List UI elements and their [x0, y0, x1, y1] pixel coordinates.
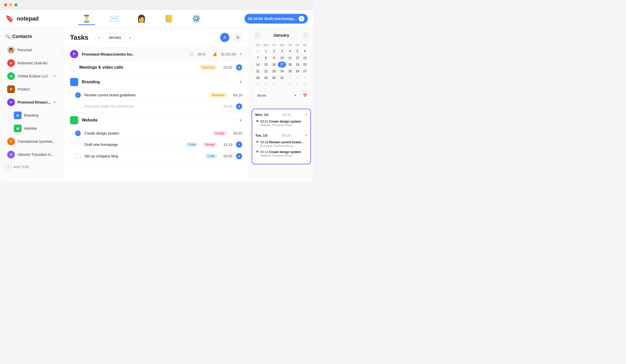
- cal-day-31[interactable]: 31: [254, 48, 261, 54]
- cal-day-25[interactable]: 25: [287, 68, 294, 74]
- cal-day-29[interactable]: 29: [262, 75, 270, 81]
- sidebar-item-website[interactable]: W Website: [2, 122, 61, 135]
- cal-next-btn[interactable]: ›: [302, 32, 309, 39]
- cal-day-17[interactable]: 17: [278, 62, 286, 68]
- cal-day-23[interactable]: 23: [270, 68, 277, 74]
- cal-day-31[interactable]: 31: [278, 75, 286, 81]
- log-day-1-add-btn[interactable]: +: [305, 112, 307, 117]
- log-entry-time-1-1: 02:21: [260, 120, 269, 123]
- cal-day-14[interactable]: 14: [254, 62, 261, 68]
- cal-day-5[interactable]: 5: [294, 48, 301, 54]
- website-add-btn[interactable]: +: [239, 117, 242, 123]
- cal-day-2[interactable]: 2: [294, 75, 301, 81]
- cal-day-7[interactable]: 7: [278, 82, 286, 88]
- cal-day-24[interactable]: 24: [278, 68, 286, 74]
- draft-check[interactable]: [75, 142, 81, 147]
- draft-pause-btn[interactable]: ⏸: [236, 141, 242, 148]
- cal-day-27[interactable]: 27: [301, 68, 308, 74]
- design-check[interactable]: [75, 130, 81, 136]
- cal-day-4[interactable]: 4: [254, 82, 261, 88]
- cal-day-6[interactable]: 6: [301, 48, 308, 54]
- promised-avatar: P: [7, 98, 15, 106]
- prev-month-btn[interactable]: ‹: [95, 34, 103, 41]
- maximize-dot[interactable]: [14, 3, 17, 6]
- calendar-header: ‹ January ›: [254, 32, 309, 39]
- view-dropdown[interactable]: Month Week Day: [254, 92, 270, 99]
- cal-day-26[interactable]: 26: [294, 68, 301, 74]
- close-dot[interactable]: [4, 3, 7, 6]
- website-header[interactable]: Website +: [63, 113, 249, 128]
- cal-day-1[interactable]: 1: [262, 48, 270, 54]
- cal-day-21[interactable]: 21: [254, 68, 261, 74]
- filter-btn[interactable]: ☰: [233, 33, 242, 42]
- add-task-btn[interactable]: +: [220, 33, 229, 42]
- sidebar-item-branding[interactable]: B Branding: [2, 109, 61, 122]
- timer-time: 00:10:04: [248, 17, 262, 21]
- sidebar-item-translational[interactable]: T Translational Symmet...: [2, 135, 61, 148]
- meetings-header[interactable]: Meetings & video calls Business 05:52: [63, 61, 249, 74]
- log-day-2-total: 05:29: [282, 134, 290, 137]
- next-month-btn[interactable]: ›: [126, 34, 134, 41]
- calendar-icon-btn[interactable]: 📅: [301, 91, 309, 99]
- vibronic-avatar: V: [7, 151, 15, 158]
- cal-day-5[interactable]: 5: [262, 82, 270, 88]
- nav-person[interactable]: 👩: [133, 12, 150, 25]
- nav-book[interactable]: 📒: [160, 12, 178, 25]
- company-add-btn[interactable]: +: [239, 52, 242, 57]
- cal-day-10[interactable]: 10: [301, 82, 308, 88]
- cal-day-3[interactable]: 3: [301, 75, 308, 81]
- log-day-1-header: Mon, 1/1 02:21 +: [255, 112, 307, 117]
- minimize-dot[interactable]: [9, 3, 12, 6]
- cal-day-2[interactable]: 2: [270, 48, 277, 54]
- cal-day-16[interactable]: 16: [270, 62, 277, 68]
- cal-day-11[interactable]: 11: [287, 55, 294, 61]
- nav-settings[interactable]: ⚙️: [188, 12, 205, 25]
- cal-day-3[interactable]: 3: [278, 48, 286, 54]
- cal-day-28[interactable]: 28: [254, 75, 261, 81]
- branding-add-btn[interactable]: +: [239, 79, 242, 85]
- cal-day-15[interactable]: 15: [262, 62, 270, 68]
- view-selector: Month Week Day 📅: [254, 91, 309, 99]
- nav-icons: ⏳ ✉️ 👩 📒 ⚙️: [78, 12, 205, 25]
- sidebar-item-personal[interactable]: 👩 Personal: [2, 44, 61, 56]
- sidebar-item-product[interactable]: P Product: [2, 83, 61, 96]
- log-day-2-add-btn[interactable]: +: [305, 133, 307, 138]
- timer-pause-btn[interactable]: ⏸: [299, 16, 304, 22]
- cal-day-9[interactable]: 9: [294, 82, 301, 88]
- cal-day-30[interactable]: 30: [270, 75, 277, 81]
- meetings-play-btn[interactable]: [236, 64, 242, 70]
- finetune-check[interactable]: [75, 104, 81, 109]
- cal-header-su: SU: [254, 43, 261, 48]
- meetings-check[interactable]: [70, 65, 76, 70]
- cal-day-8[interactable]: 8: [287, 82, 294, 88]
- cal-day-13[interactable]: 13: [301, 55, 308, 61]
- sidebar-item-vibronic[interactable]: V Vibronic Transition G...: [2, 148, 61, 161]
- calendar-section: ‹ January › SU MO TU WE TH FR SA: [250, 28, 313, 107]
- nav-email[interactable]: ✉️: [105, 12, 123, 25]
- cal-day-8[interactable]: 8: [262, 55, 270, 61]
- cal-day-10[interactable]: 10: [278, 55, 286, 61]
- add-edit-btn[interactable]: + Add / Edit: [0, 161, 63, 173]
- active-timer-badge[interactable]: 00:10:04 Draft new homep... ⏸: [244, 14, 308, 24]
- company-row-promised: P Promised Rinascimento Inc. 🕐 28:01 💰 $…: [63, 47, 249, 61]
- cal-day-9[interactable]: 9: [270, 55, 277, 61]
- cal-day-19[interactable]: 19: [294, 62, 301, 68]
- branding-header[interactable]: Branding +: [63, 74, 249, 90]
- cal-day-7[interactable]: 7: [254, 55, 261, 61]
- sidebar-item-orbital[interactable]: O Orbital Eclipse LLC ▾: [2, 70, 61, 83]
- cal-day-6[interactable]: 6: [270, 82, 277, 88]
- sidebar-item-promised[interactable]: P Promised Rinascimen... ▾: [2, 96, 61, 109]
- blog-check[interactable]: [75, 153, 81, 159]
- blog-play-btn[interactable]: [236, 153, 242, 159]
- cal-day-12[interactable]: 12: [294, 55, 301, 61]
- cal-day-20[interactable]: 20: [301, 62, 308, 68]
- finetune-play-btn[interactable]: [236, 103, 242, 109]
- cal-day-22[interactable]: 22: [262, 68, 270, 74]
- review-check[interactable]: [75, 92, 81, 98]
- cal-day-4[interactable]: 4: [287, 48, 294, 54]
- sidebar-item-antimonic[interactable]: A Antimonic Dual AG: [2, 57, 61, 69]
- cal-day-18[interactable]: 18: [287, 62, 294, 68]
- nav-timer[interactable]: ⏳: [78, 12, 95, 25]
- cal-prev-btn[interactable]: ‹: [254, 32, 261, 39]
- cal-day-1[interactable]: 1: [287, 75, 294, 81]
